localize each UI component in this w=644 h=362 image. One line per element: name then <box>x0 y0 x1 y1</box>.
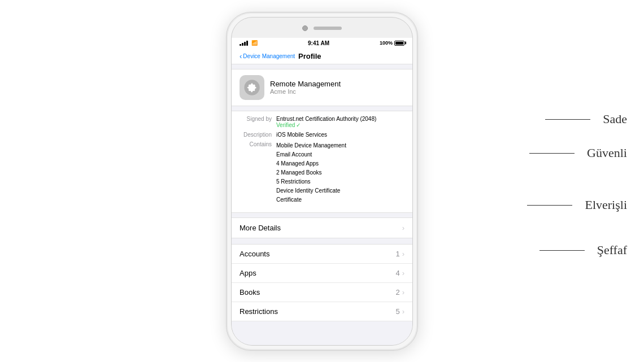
apps-chevron-icon: › <box>402 269 404 277</box>
list-item-restrictions[interactable]: Restrictions 5 › <box>232 302 412 321</box>
more-details-row[interactable]: More Details › <box>232 217 412 238</box>
status-left: 📶 <box>240 40 258 46</box>
annotation-guvenli-line <box>529 153 575 154</box>
list-item-apps-label: Apps <box>240 269 256 277</box>
contains-item-5: Device Identity Certificate <box>276 186 346 195</box>
signed-by-row: Signed by Entrust.net Certification Auth… <box>240 116 404 128</box>
nav-back-button[interactable]: ‹ Device Management <box>240 53 295 60</box>
settings-icon <box>243 79 260 96</box>
status-right: 100% <box>380 40 404 46</box>
signal-bar-1 <box>240 44 241 46</box>
restrictions-chevron-icon: › <box>402 307 404 316</box>
contains-item-4: 5 Restrictions <box>276 177 346 186</box>
signal-bars <box>240 41 248 46</box>
list-item-accounts[interactable]: Accounts 1 › <box>232 245 412 264</box>
phone-top <box>232 18 412 33</box>
annotation-elveri: Elverişli <box>527 198 627 212</box>
annotation-seffaf-text: Şeffaf <box>597 243 627 258</box>
phone-inner: 📶 9:41 AM 100% ‹ Device Management <box>231 17 413 346</box>
profile-name: Remote Management <box>270 80 341 88</box>
list-item-books-label: Books <box>240 288 260 296</box>
list-item-restrictions-label: Restrictions <box>240 307 278 316</box>
annotation-elveri-line <box>527 205 572 206</box>
list-section: Accounts 1 › Apps 4 › Bo <box>232 244 412 321</box>
battery-percent: 100% <box>380 40 393 46</box>
list-item-apps[interactable]: Apps 4 › <box>232 264 412 283</box>
nav-title: Profile <box>298 52 321 60</box>
description-row: Description iOS Mobile Services <box>240 132 404 138</box>
contains-item-6: Certificate <box>276 195 346 204</box>
verified-label: Verified <box>276 122 295 128</box>
list-item-books-right: 2 › <box>395 288 404 296</box>
signal-bar-3 <box>244 42 246 46</box>
phone-shell: 📶 9:41 AM 100% ‹ Device Management <box>226 12 418 351</box>
profile-org: Acme Inc <box>270 88 341 95</box>
contains-label: Contains <box>240 141 276 147</box>
books-chevron-icon: › <box>402 288 404 296</box>
list-item-accounts-right: 1 › <box>395 250 404 258</box>
signal-bar-4 <box>246 41 248 46</box>
contains-list: Mobile Device Management Email Account 4… <box>276 141 346 204</box>
verified-check: ✓ <box>296 122 301 128</box>
battery-icon <box>394 41 404 46</box>
annotation-seffaf-line <box>539 250 585 251</box>
list-item-accounts-label: Accounts <box>240 250 269 258</box>
profile-card: Remote Management Acme Inc <box>232 69 412 106</box>
signal-bar-2 <box>242 43 243 46</box>
speaker-grille <box>314 27 342 30</box>
annotation-seffaf: Şeffaf <box>539 243 627 258</box>
list-item-restrictions-right: 5 › <box>395 307 404 316</box>
status-time: 9:41 AM <box>308 40 329 46</box>
section-divider <box>232 238 412 244</box>
screen: 📶 9:41 AM 100% ‹ Device Management <box>232 38 412 345</box>
annotation-sade-line <box>545 119 590 120</box>
verified-status: Verified ✓ <box>276 122 404 128</box>
status-bar: 📶 9:41 AM 100% <box>232 38 412 49</box>
front-camera <box>302 25 308 31</box>
details-section: Signed by Entrust.net Certification Auth… <box>232 111 412 213</box>
wifi-icon: 📶 <box>251 40 258 46</box>
signed-by-label: Signed by <box>240 116 276 122</box>
more-details-label: More Details <box>240 224 281 232</box>
nav-back-label: Device Management <box>243 53 295 59</box>
signed-by-value: Entrust.net Certification Authority (204… <box>276 116 404 122</box>
list-item-books[interactable]: Books 2 › <box>232 283 412 302</box>
list-item-restrictions-count: 5 <box>395 307 399 316</box>
contains-item-1: Email Account <box>276 150 346 159</box>
annotation-guvenli-text: Güvenli <box>587 146 627 160</box>
list-item-accounts-count: 1 <box>395 250 399 258</box>
contains-item-0: Mobile Device Management <box>276 141 346 150</box>
description-label: Description <box>240 132 276 138</box>
list-item-apps-count: 4 <box>395 269 399 277</box>
annotation-sade-text: Sade <box>603 112 627 127</box>
annotation-elveri-text: Elverişli <box>585 198 627 212</box>
contains-item-3: 2 Managed Books <box>276 168 346 177</box>
battery-fill <box>395 42 403 45</box>
list-item-books-count: 2 <box>395 288 399 296</box>
annotation-guvenli: Güvenli <box>529 146 627 160</box>
list-item-apps-right: 4 › <box>395 269 404 277</box>
description-value: iOS Mobile Services <box>276 132 404 138</box>
scene: 📶 9:41 AM 100% ‹ Device Management <box>0 0 644 362</box>
signed-by-value-group: Entrust.net Certification Authority (204… <box>276 116 404 128</box>
contains-row: Contains Mobile Device Management Email … <box>240 141 404 204</box>
back-chevron-icon: ‹ <box>240 53 242 60</box>
nav-bar: ‹ Device Management Profile <box>232 49 412 64</box>
profile-info: Remote Management Acme Inc <box>270 80 341 95</box>
contains-item-2: 4 Managed Apps <box>276 159 346 168</box>
more-details-chevron-icon: › <box>402 224 404 232</box>
camera-speaker <box>302 25 342 31</box>
annotation-sade: Sade <box>545 112 627 127</box>
accounts-chevron-icon: › <box>402 250 404 258</box>
profile-icon <box>240 75 264 100</box>
